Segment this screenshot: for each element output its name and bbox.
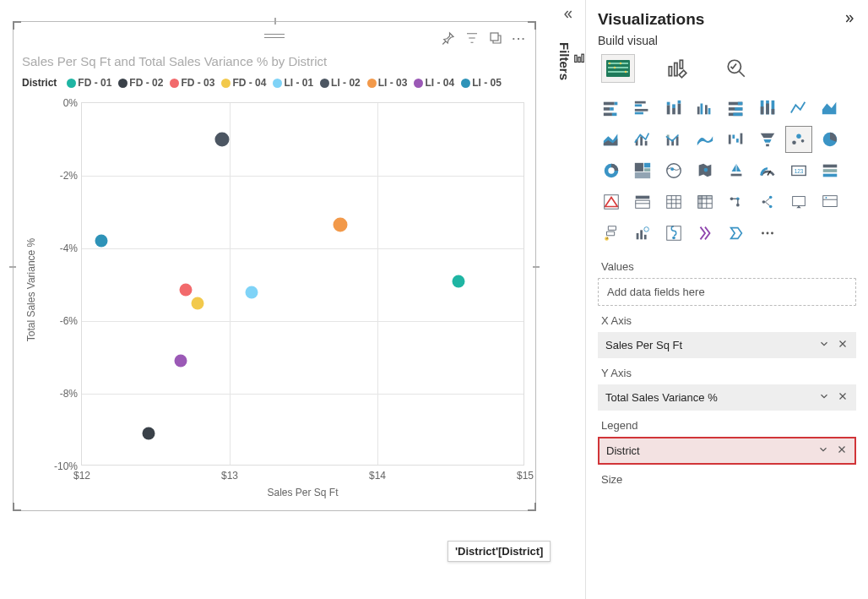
svg-point-107 (762, 200, 766, 204)
viz-type-stacked-area[interactable] (598, 126, 625, 153)
viz-type-r-visual[interactable] (723, 188, 750, 215)
viz-type-donut[interactable] (598, 157, 625, 184)
svg-rect-29 (672, 104, 675, 108)
legend-item[interactable]: FD - 04 (221, 77, 266, 89)
viz-type-funnel[interactable] (754, 126, 781, 153)
more-options-icon[interactable]: ··· (512, 30, 527, 46)
svg-rect-52 (640, 136, 643, 145)
viz-type-paginated[interactable] (660, 220, 687, 247)
viz-type-key-influencers[interactable] (785, 188, 812, 215)
viz-type-100-stacked-bar[interactable] (723, 95, 750, 122)
focus-mode-icon[interactable] (488, 30, 503, 46)
chart-visual-container[interactable]: ··· Sales Per Sq Ft and Total Sales Vari… (13, 21, 536, 511)
viz-type-more[interactable] (754, 220, 781, 247)
svg-rect-24 (635, 109, 648, 112)
filters-pane-tab[interactable]: Filters (557, 37, 587, 85)
viz-type-gauge[interactable] (754, 157, 781, 184)
x-axis-tick: $13 (221, 470, 238, 482)
remove-field-icon[interactable] (837, 390, 849, 405)
legend-item[interactable]: FD - 03 (170, 77, 214, 89)
values-field-well[interactable]: Add data fields here (598, 278, 856, 306)
viz-type-waterfall[interactable] (723, 126, 750, 153)
legend-item[interactable]: FD - 02 (118, 77, 163, 89)
viz-type-clustered-column[interactable] (692, 95, 719, 122)
scatter-point[interactable] (215, 133, 230, 147)
analytics-tab[interactable] (719, 54, 753, 83)
viz-type-power-automate[interactable] (723, 220, 750, 247)
viz-type-treemap[interactable] (629, 157, 656, 184)
legend-item-label: LI - 02 (331, 77, 361, 89)
xaxis-field-name: Sales Per Sq Ft (605, 339, 682, 351)
y-axis-label: Total Sales Variance % (25, 238, 37, 342)
viz-type-ribbon[interactable] (692, 126, 719, 153)
svg-rect-31 (678, 101, 681, 104)
scatter-point[interactable] (453, 275, 465, 287)
svg-rect-43 (761, 106, 764, 114)
svg-point-116 (605, 237, 609, 241)
legend-item[interactable]: LI - 02 (320, 77, 361, 89)
viz-type-scatter[interactable] (785, 126, 812, 153)
drag-handle-icon[interactable] (264, 34, 285, 39)
viz-type-matrix[interactable] (692, 188, 719, 215)
viz-type-kpi[interactable] (816, 157, 844, 184)
viz-type-clustered-bar[interactable] (629, 95, 656, 122)
viz-type-filled-map[interactable] (692, 157, 719, 184)
legend-item[interactable]: LI - 03 (367, 77, 408, 89)
legend-dot-icon (170, 79, 179, 88)
svg-point-109 (769, 196, 773, 199)
viz-type-narrative[interactable] (629, 220, 656, 247)
viz-type-power-apps[interactable] (692, 220, 719, 247)
visualization-type-gallery: 123 (598, 95, 856, 247)
scatter-point[interactable] (179, 284, 192, 297)
viz-type-azure-map[interactable] (723, 157, 750, 184)
legend-item[interactable]: LI - 04 (414, 77, 454, 89)
remove-field-icon[interactable] (837, 338, 849, 352)
legend-field-pill[interactable]: District (598, 437, 856, 465)
viz-type-line-clustered[interactable] (629, 126, 656, 153)
chevron-down-icon[interactable] (818, 390, 830, 405)
scatter-point[interactable] (191, 297, 203, 309)
viz-type-table[interactable] (660, 188, 687, 215)
collapse-pane-icon[interactable] (561, 8, 573, 24)
scatter-point[interactable] (142, 427, 155, 440)
xaxis-field-pill[interactable]: Sales Per Sq Ft (598, 332, 856, 358)
viz-type-line-stacked[interactable] (660, 126, 687, 153)
chart-legend: District FD - 01FD - 02FD - 03FD - 04LI … (22, 77, 502, 89)
svg-rect-47 (772, 109, 775, 114)
viz-type-line[interactable] (785, 95, 812, 122)
scatter-point[interactable] (334, 218, 348, 232)
yaxis-field-pill[interactable]: Total Sales Variance % (598, 384, 856, 411)
viz-type-py-visual[interactable] (754, 188, 781, 215)
viz-type-stacked-column[interactable] (660, 95, 687, 122)
format-visual-tab[interactable] (660, 54, 694, 83)
viz-type-stacked-bar[interactable] (598, 95, 625, 122)
legend-item[interactable]: FD - 01 (67, 77, 111, 89)
viz-type-map[interactable] (660, 157, 687, 184)
chevron-down-icon[interactable] (818, 338, 830, 352)
expand-pane-icon[interactable] (844, 10, 856, 29)
legend-item[interactable]: LI - 05 (461, 77, 502, 89)
pin-icon[interactable] (441, 30, 456, 46)
legend-item[interactable]: LI - 01 (273, 77, 313, 89)
scatter-point[interactable] (175, 355, 187, 368)
pane-subtitle: Build visual (598, 34, 856, 47)
legend-dot-icon (320, 79, 329, 88)
viz-type-qna[interactable] (598, 220, 625, 247)
viz-type-pie[interactable] (816, 126, 844, 153)
viz-type-multi-row[interactable] (598, 188, 625, 215)
scatter-point[interactable] (95, 235, 107, 248)
svg-point-11 (625, 71, 627, 73)
viz-type-card[interactable]: 123 (785, 157, 812, 184)
viz-type-area[interactable] (816, 95, 844, 122)
viz-type-100-stacked-column[interactable] (754, 95, 781, 122)
viz-type-decomp-tree[interactable] (816, 188, 844, 215)
filter-icon[interactable] (464, 30, 480, 46)
remove-field-icon[interactable] (836, 444, 848, 458)
y-axis-tick: -10% (54, 460, 78, 472)
svg-rect-87 (636, 196, 650, 199)
build-visual-tab[interactable] (601, 54, 635, 83)
scatter-point[interactable] (246, 286, 258, 298)
chart-plot-area[interactable]: Total Sales Variance % Sales Per Sq Ft $… (81, 102, 524, 466)
viz-type-slicer[interactable] (629, 188, 656, 215)
chevron-down-icon[interactable] (817, 444, 829, 458)
